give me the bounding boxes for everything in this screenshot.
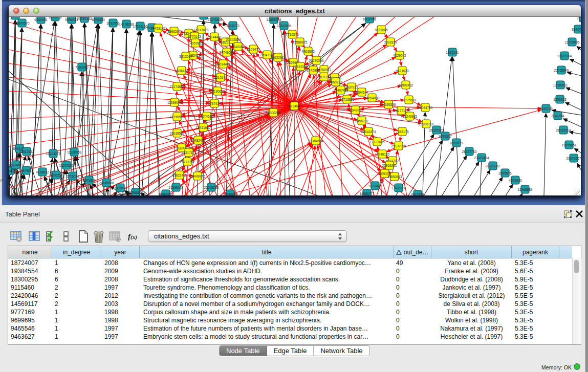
svg-text:2326773: 2326773: [226, 24, 239, 28]
svg-text:11775891: 11775891: [402, 98, 417, 102]
svg-text:4387262: 4387262: [197, 17, 210, 17]
svg-text:25780913: 25780913: [317, 68, 332, 72]
svg-text:11627204: 11627204: [557, 54, 572, 58]
svg-text:6430391: 6430391: [34, 18, 48, 21]
svg-text:8182278: 8182278: [49, 17, 62, 19]
svg-text:14060883: 14060883: [159, 192, 173, 196]
svg-text:27407482: 27407482: [334, 89, 349, 92]
svg-text:3787429: 3787429: [208, 102, 221, 105]
svg-text:8889579: 8889579: [450, 141, 463, 145]
svg-text:6098393: 6098393: [92, 18, 105, 21]
svg-text:25787133: 25787133: [77, 17, 92, 20]
svg-text:26320163: 26320163: [429, 128, 444, 132]
svg-text:11128059: 11128059: [67, 150, 81, 154]
svg-text:26773782: 26773782: [180, 160, 195, 164]
svg-text:16713695: 16713695: [340, 98, 355, 101]
svg-text:1330923: 1330923: [553, 98, 567, 101]
svg-text:21343524: 21343524: [226, 38, 241, 41]
svg-text:5936183: 5936183: [175, 69, 188, 73]
svg-text:19084700: 19084700: [418, 106, 433, 110]
svg-text:5216073: 5216073: [66, 174, 79, 178]
svg-text:16204505: 16204505: [59, 164, 74, 167]
svg-text:4669096: 4669096: [509, 179, 522, 182]
svg-text:4529042: 4529042: [393, 54, 406, 57]
svg-text:14738299: 14738299: [119, 23, 134, 26]
svg-text:2241904: 2241904: [551, 114, 564, 118]
svg-text:26177115: 26177115: [394, 109, 409, 113]
svg-text:5210249: 5210249: [214, 76, 227, 79]
svg-text:3812067: 3812067: [179, 55, 192, 58]
svg-text:9708317: 9708317: [439, 135, 452, 138]
svg-text:27174648: 27174648: [170, 85, 185, 89]
svg-text:28842474: 28842474: [361, 130, 376, 134]
svg-text:4158692: 4158692: [36, 170, 49, 174]
svg-text:19022941: 19022941: [271, 56, 286, 59]
svg-text:1812191: 1812191: [446, 51, 459, 54]
svg-text:24145868: 24145868: [99, 181, 114, 185]
svg-text:22343098: 22343098: [277, 24, 292, 28]
svg-text:25869261: 25869261: [382, 164, 397, 167]
svg-text:15466889: 15466889: [518, 188, 533, 191]
svg-text:8996507: 8996507: [167, 30, 181, 33]
svg-text:18300295: 18300295: [266, 111, 281, 115]
svg-text:9148932: 9148932: [9, 17, 22, 17]
svg-text:25744431: 25744431: [207, 35, 222, 39]
svg-text:22729806: 22729806: [565, 40, 580, 44]
svg-text:10524278: 10524278: [46, 152, 61, 156]
svg-text:18809570: 18809570: [15, 21, 30, 25]
svg-text:17187026: 17187026: [293, 65, 308, 69]
svg-text:6009788: 6009788: [363, 17, 376, 21]
svg-text:8594647: 8594647: [355, 91, 368, 94]
svg-text:27749649: 27749649: [220, 51, 234, 54]
svg-text:29808412: 29808412: [9, 169, 15, 173]
svg-text:15451680: 15451680: [196, 126, 211, 129]
svg-text:9721489: 9721489: [368, 184, 382, 188]
svg-text:11047095: 11047095: [349, 108, 363, 112]
svg-text:21317127: 21317127: [182, 151, 197, 155]
svg-text:11746120: 11746120: [375, 152, 390, 156]
svg-text:3260256: 3260256: [50, 173, 63, 177]
svg-text:6674680: 6674680: [200, 115, 213, 118]
svg-text:17123685: 17123685: [370, 140, 385, 144]
svg-text:25648236: 25648236: [204, 186, 219, 189]
svg-text:26319314: 26319314: [556, 128, 571, 132]
svg-text:19946804: 19946804: [223, 192, 238, 196]
svg-text:9421020: 9421020: [396, 69, 409, 73]
svg-text:7736576: 7736576: [286, 33, 299, 36]
svg-text:19821465: 19821465: [172, 173, 187, 177]
svg-text:8109477: 8109477: [247, 48, 260, 51]
svg-text:8346706: 8346706: [572, 28, 581, 31]
svg-text:14957885: 14957885: [188, 41, 203, 45]
svg-text:24395339: 24395339: [381, 103, 396, 106]
svg-text:7193990: 7193990: [75, 65, 89, 69]
svg-text:4963605: 4963605: [301, 50, 315, 53]
svg-text:28122362: 28122362: [486, 164, 500, 168]
svg-text:7048175: 7048175: [396, 130, 409, 134]
svg-text:18313678: 18313678: [194, 28, 209, 32]
svg-text:21756551: 21756551: [170, 115, 185, 119]
svg-text:2456232: 2456232: [355, 119, 368, 123]
svg-text:12606474: 12606474: [267, 18, 281, 21]
svg-text:8770143: 8770143: [188, 35, 201, 38]
svg-text:4869222: 4869222: [329, 80, 342, 84]
svg-text:19384554: 19384554: [309, 139, 323, 143]
svg-text:15850643: 15850643: [387, 175, 402, 179]
svg-text:2031051: 2031051: [106, 21, 120, 25]
svg-text:3931839: 3931839: [384, 40, 397, 44]
svg-text:29453147: 29453147: [151, 27, 166, 30]
svg-text:13482477: 13482477: [191, 139, 206, 142]
svg-text:14874016: 14874016: [19, 169, 34, 172]
svg-text:23471434: 23471434: [474, 156, 489, 160]
svg-text:8193745: 8193745: [539, 107, 553, 111]
svg-text:7284987: 7284987: [577, 17, 581, 20]
svg-text:20671657: 20671657: [567, 157, 581, 160]
svg-text:25137098: 25137098: [391, 144, 406, 148]
svg-text:8543303: 8543303: [82, 179, 96, 182]
svg-text:25569816: 25569816: [128, 191, 143, 194]
svg-text:20449972: 20449972: [190, 174, 205, 178]
svg-text:2665876: 2665876: [498, 171, 512, 175]
svg-text:8917693: 8917693: [411, 193, 424, 196]
svg-text:8139005: 8139005: [375, 28, 388, 32]
svg-text:27190659: 27190659: [210, 90, 225, 93]
svg-text:19502402: 19502402: [399, 83, 413, 87]
